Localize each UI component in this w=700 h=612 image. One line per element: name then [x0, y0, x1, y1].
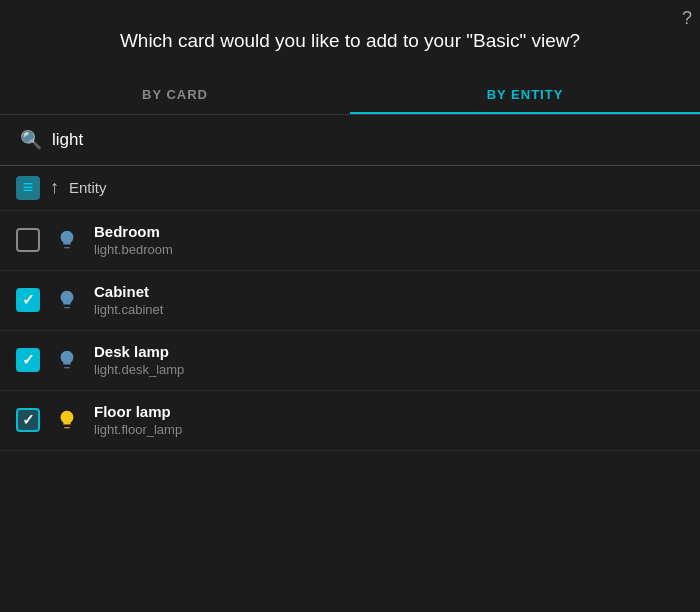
sort-arrow-icon: ↑ — [50, 177, 59, 198]
list-item[interactable]: ✓ Cabinet light.cabinet — [0, 271, 700, 331]
tab-by-card[interactable]: BY CARD — [0, 75, 350, 114]
desk-lamp-entity: light.desk_lamp — [94, 362, 184, 377]
search-bar: 🔍 — [0, 115, 700, 166]
cabinet-entity: light.cabinet — [94, 302, 163, 317]
sort-checkbox[interactable]: ≡ — [16, 176, 40, 200]
dialog: ? Which card would you like to add to yo… — [0, 0, 700, 612]
list-item[interactable]: ✓ Desk lamp light.desk_lamp — [0, 331, 700, 391]
help-icon[interactable]: ? — [682, 8, 692, 29]
cabinet-checkbox[interactable]: ✓ — [16, 288, 40, 312]
check-icon: ✓ — [22, 411, 35, 429]
entity-list: Bedroom light.bedroom ✓ Cabinet light.ca… — [0, 211, 700, 612]
sort-label: Entity — [69, 179, 107, 196]
search-input[interactable] — [52, 130, 680, 150]
cabinet-name: Cabinet — [94, 283, 163, 300]
check-icon: ✓ — [22, 351, 35, 369]
desk-lamp-name: Desk lamp — [94, 343, 184, 360]
bedroom-name: Bedroom — [94, 223, 173, 240]
search-icon: 🔍 — [20, 129, 42, 151]
check-icon: ✓ — [22, 291, 35, 309]
list-item[interactable]: ✓ Floor lamp light.floor_lamp — [0, 391, 700, 451]
floor-lamp-bulb-icon — [52, 405, 82, 435]
desk-lamp-bulb-icon — [52, 345, 82, 375]
tab-by-entity[interactable]: BY ENTITY — [350, 75, 700, 114]
floor-lamp-checkbox[interactable]: ✓ — [16, 408, 40, 432]
floor-lamp-name: Floor lamp — [94, 403, 182, 420]
bedroom-info: Bedroom light.bedroom — [94, 223, 173, 257]
tabs-container: BY CARD BY ENTITY — [0, 75, 700, 115]
bedroom-checkbox[interactable] — [16, 228, 40, 252]
floor-lamp-entity: light.floor_lamp — [94, 422, 182, 437]
bedroom-entity: light.bedroom — [94, 242, 173, 257]
bedroom-bulb-icon — [52, 225, 82, 255]
sort-row[interactable]: ≡ ↑ Entity — [0, 166, 700, 211]
dialog-title: Which card would you like to add to your… — [0, 0, 700, 75]
desk-lamp-checkbox[interactable]: ✓ — [16, 348, 40, 372]
cabinet-info: Cabinet light.cabinet — [94, 283, 163, 317]
tab-indicator — [350, 112, 700, 114]
desk-lamp-info: Desk lamp light.desk_lamp — [94, 343, 184, 377]
floor-lamp-info: Floor lamp light.floor_lamp — [94, 403, 182, 437]
list-item[interactable]: Bedroom light.bedroom — [0, 211, 700, 271]
cabinet-bulb-icon — [52, 285, 82, 315]
